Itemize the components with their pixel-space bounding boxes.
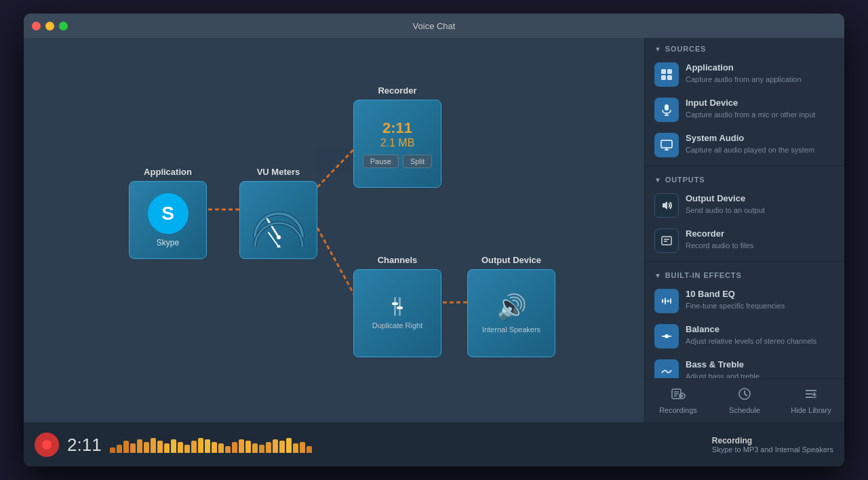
svg-rect-27 (670, 298, 671, 304)
app-name-label: Skype (157, 238, 179, 247)
titlebar: Voice Chat (24, 14, 844, 38)
canvas-area: Application S Skype VU Meters (24, 38, 644, 422)
svg-line-38 (745, 394, 747, 396)
schedule-tab[interactable]: Schedule (711, 379, 778, 422)
sidebar-item-recorder[interactable]: Recorder Record audio to files (645, 223, 844, 258)
channels-sublabel: Duplicate Right (372, 321, 423, 329)
output-device-icon (654, 193, 679, 218)
window-title: Voice Chat (413, 21, 456, 31)
application-node[interactable]: Application S Skype (129, 167, 207, 259)
split-button[interactable]: Split (403, 155, 432, 168)
svg-rect-13 (667, 75, 672, 80)
eq-text: 10 Band EQ Fine-tune specific frequencie… (686, 289, 785, 311)
main-window: Voice Chat Application S (24, 14, 844, 466)
divider-2 (645, 261, 844, 262)
bottom-toolbar: 2:11 (24, 422, 844, 466)
output-device-node[interactable]: Output Device 🔊 Internal Speakers (467, 255, 555, 357)
application-icon (654, 62, 679, 87)
recordings-tab-label: Recordings (659, 406, 697, 414)
sidebar-item-bass-treble[interactable]: Bass & Treble Adjust bass and treble (645, 354, 844, 378)
svg-point-29 (665, 334, 669, 338)
outputs-arrow: ▼ (654, 176, 662, 184)
fader-right (399, 297, 401, 316)
recordings-icon (671, 387, 686, 404)
sidebar-item-output-device[interactable]: Output Device Send audio to an output (645, 188, 844, 223)
pause-button[interactable]: Pause (363, 155, 399, 168)
sidebar-item-input-device[interactable]: Input Device Capture audio from a mic or… (645, 92, 844, 127)
connections-svg (24, 38, 644, 422)
recording-sublabel: Skype to MP3 and Internal Speakers (712, 445, 833, 454)
output-device-box: 🔊 Internal Speakers (467, 269, 555, 357)
bass-treble-icon (654, 359, 679, 378)
close-button[interactable] (32, 22, 41, 31)
speaker-icon: 🔊 (496, 293, 527, 321)
bass-treble-text: Bass & Treble Adjust bass and treble (686, 359, 760, 378)
input-device-text: Input Device Capture audio from a mic or… (686, 98, 815, 119)
system-audio-text: System Audio Capture all audio played on… (686, 133, 814, 155)
mic-icon (654, 98, 679, 122)
vu-meter-display (248, 193, 309, 247)
sidebar-item-application[interactable]: Application Capture audio from any appli… (645, 57, 844, 92)
svg-rect-17 (661, 140, 672, 148)
recorder-buttons: Pause Split (363, 155, 433, 168)
sidebar-bottom-tabs: Recordings Schedule Hide Library (645, 378, 844, 422)
maximize-button[interactable] (59, 22, 68, 31)
svg-rect-12 (661, 75, 666, 80)
mixer-icon (394, 297, 401, 316)
channels-node-label: Channels (378, 255, 418, 265)
recording-label: Recording (712, 436, 833, 445)
svg-rect-14 (665, 104, 669, 111)
skype-icon: S (148, 193, 189, 234)
application-text: Application Capture audio from any appli… (686, 62, 802, 84)
schedule-icon (738, 387, 751, 404)
balance-text: Balance Adjust relative levels of stereo… (686, 324, 816, 346)
output-sublabel: Internal Speakers (482, 325, 540, 334)
recording-info: Recording Skype to MP3 and Internal Spea… (701, 436, 844, 454)
recorder-sidebar-text: Recorder Record audio to files (686, 228, 753, 250)
hide-library-tab[interactable]: Hide Library (778, 379, 844, 422)
svg-rect-25 (665, 298, 666, 304)
record-dot (42, 440, 52, 449)
sources-header: ▼ SOURCES (645, 38, 844, 57)
recorder-size: 2.1 MB (380, 137, 415, 149)
minimize-button[interactable] (45, 22, 54, 31)
vu-meters-node[interactable]: VU Meters (239, 167, 317, 259)
channels-node-box: Duplicate Right (353, 269, 441, 357)
recorder-icon (654, 228, 679, 253)
monitor-icon (654, 133, 679, 157)
main-area: Application S Skype VU Meters (24, 38, 844, 422)
recorder-time: 2:11 (382, 119, 412, 137)
output-device-sidebar-text: Output Device Send audio to an output (686, 193, 765, 215)
eq-icon (654, 289, 679, 313)
sidebar-item-balance[interactable]: Balance Adjust relative levels of stereo… (645, 319, 844, 354)
application-node-label: Application (144, 167, 192, 177)
divider-1 (645, 165, 844, 166)
application-node-box: S Skype (129, 181, 207, 259)
sidebar-item-eq[interactable]: 10 Band EQ Fine-tune specific frequencie… (645, 283, 844, 319)
hide-library-icon (804, 387, 818, 404)
recorder-node[interactable]: Recorder 2:11 2.1 MB Pause Split (353, 85, 441, 188)
sidebar: ▼ SOURCES Application Capture audio from… (644, 38, 844, 422)
svg-line-1 (317, 150, 353, 187)
hide-library-tab-label: Hide Library (791, 406, 831, 414)
recorder-node-label: Recorder (378, 85, 416, 96)
svg-rect-26 (667, 300, 669, 302)
recordings-tab[interactable]: Recordings (645, 379, 711, 422)
svg-line-2 (317, 228, 355, 296)
toolbar-left: 2:11 (24, 433, 701, 457)
schedule-tab-label: Schedule (729, 406, 760, 414)
sidebar-scroll[interactable]: ▼ SOURCES Application Capture audio from… (645, 38, 844, 378)
record-button[interactable] (35, 433, 59, 457)
svg-point-35 (682, 395, 684, 397)
vu-meters-label: VU Meters (257, 167, 300, 177)
sources-arrow: ▼ (654, 45, 662, 53)
svg-rect-11 (667, 69, 672, 74)
channels-node[interactable]: Channels Dupl (353, 255, 441, 357)
sidebar-item-system-audio[interactable]: System Audio Capture all audio played on… (645, 127, 844, 163)
balance-icon (654, 324, 679, 348)
level-bars (110, 437, 690, 453)
effects-arrow: ▼ (654, 272, 662, 279)
recorder-node-box: 2:11 2.1 MB Pause Split (353, 100, 441, 188)
effects-header: ▼ BUILT-IN EFFECTS (645, 264, 844, 283)
svg-point-7 (277, 235, 281, 239)
